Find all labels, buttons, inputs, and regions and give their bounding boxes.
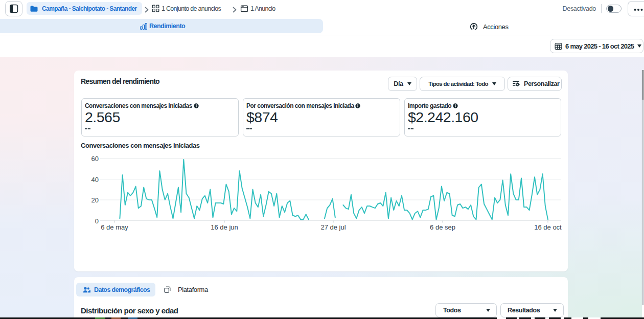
- svg-text:6 de sep: 6 de sep: [430, 223, 455, 231]
- svg-text:6 de may: 6 de may: [101, 223, 128, 231]
- svg-text:16 de oct: 16 de oct: [534, 223, 562, 231]
- svg-text:0: 0: [95, 217, 99, 225]
- svg-text:20: 20: [91, 196, 99, 204]
- svg-text:27 de jul: 27 de jul: [320, 223, 346, 231]
- svg-text:40: 40: [91, 176, 99, 184]
- svg-text:16 de jun: 16 de jun: [211, 223, 238, 231]
- svg-text:60: 60: [91, 155, 99, 163]
